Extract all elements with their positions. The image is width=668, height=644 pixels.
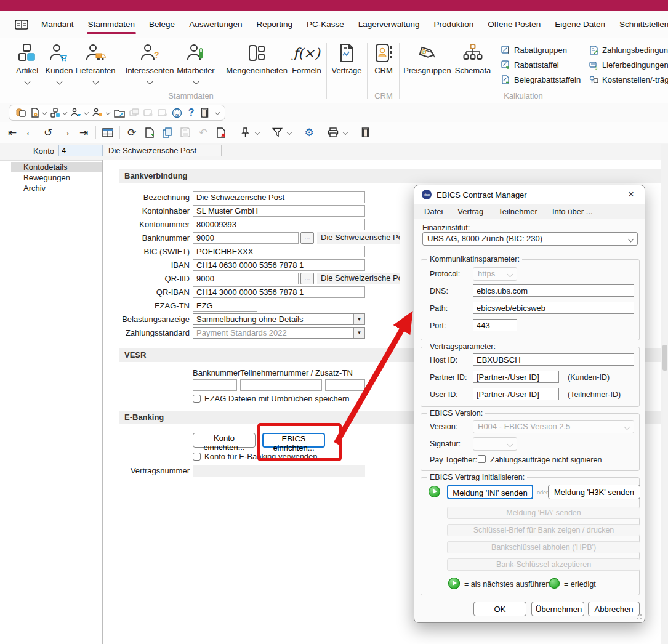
menu-belege[interactable]: Belege bbox=[148, 17, 176, 31]
ribbon-rabattstaffel[interactable]: Rabattstaffel bbox=[501, 59, 584, 70]
banknummer-input[interactable] bbox=[193, 232, 299, 244]
nav-back-icon[interactable]: ← bbox=[24, 126, 36, 139]
door-icon[interactable] bbox=[200, 107, 209, 118]
history-icon[interactable]: ↺ bbox=[42, 126, 54, 139]
chevron-down-icon[interactable] bbox=[255, 130, 260, 135]
ribbon-kunden[interactable]: Kunden bbox=[44, 42, 74, 86]
table-view-icon[interactable] bbox=[102, 126, 114, 139]
menu-auswertungen[interactable]: Auswertungen bbox=[188, 17, 243, 31]
resize-grip[interactable] bbox=[636, 614, 642, 620]
qriid-input[interactable] bbox=[193, 273, 299, 284]
menu-offene-posten[interactable]: Offene Posten bbox=[486, 17, 542, 31]
globe-sl-icon[interactable]: SL bbox=[172, 107, 182, 118]
ledger-icon[interactable] bbox=[15, 20, 28, 30]
gear-add-icon[interactable]: ⚙ bbox=[303, 126, 315, 139]
meldung-h3k-button[interactable]: Meldung 'H3K' senden bbox=[548, 485, 640, 499]
chevron-down-icon[interactable] bbox=[106, 110, 111, 115]
document-settings-icon[interactable] bbox=[30, 107, 40, 118]
folder-edit-icon[interactable] bbox=[114, 107, 125, 118]
customer-cart-icon[interactable] bbox=[71, 107, 82, 118]
menu-eigene-daten[interactable]: Eigene Daten bbox=[553, 17, 606, 31]
bic-input[interactable] bbox=[193, 246, 365, 257]
user-id-input[interactable] bbox=[473, 388, 559, 400]
new-record-icon[interactable] bbox=[143, 126, 156, 139]
ribbon-zahlungsbedingungen[interactable]: Zahlungsbedingungen bbox=[589, 44, 668, 55]
ribbon-formeln[interactable]: ƒ(×) Formeln bbox=[291, 42, 323, 75]
menu-produktion[interactable]: Produktion bbox=[433, 17, 475, 31]
chevron-down-icon[interactable] bbox=[24, 79, 30, 85]
banknummer-lookup-button[interactable]: ... bbox=[300, 232, 314, 244]
vesr-teilnehmernummer-input[interactable] bbox=[240, 379, 322, 391]
overflow-chevron-icon[interactable] bbox=[215, 110, 220, 115]
ribbon-kostenstellen[interactable]: Kostenstellen/-träger bbox=[589, 74, 668, 85]
dialog-menu-datei[interactable]: Datei bbox=[424, 207, 443, 216]
nav-forward-icon[interactable]: → bbox=[60, 126, 72, 139]
chevron-down-icon[interactable] bbox=[193, 79, 199, 85]
help-icon[interactable]: ? bbox=[187, 107, 196, 118]
menu-stammdaten[interactable]: Stammdaten bbox=[87, 17, 137, 31]
menu-mandant[interactable]: Mandant bbox=[40, 17, 75, 31]
vesr-banknummer-input[interactable] bbox=[193, 379, 237, 391]
dialog-menu-info[interactable]: Info über ... bbox=[552, 207, 593, 216]
chevron-down-icon[interactable] bbox=[56, 79, 62, 85]
menu-reporting[interactable]: Reporting bbox=[255, 17, 294, 31]
delete-record-icon[interactable] bbox=[215, 126, 227, 139]
exit-icon[interactable] bbox=[359, 126, 371, 139]
ribbon-crm[interactable]: CRM bbox=[371, 42, 396, 75]
konto-einrichten-button[interactable]: Konto einrichten... bbox=[193, 433, 256, 448]
ribbon-schemata[interactable]: Schemata bbox=[453, 42, 493, 75]
copy-record-icon[interactable] bbox=[161, 126, 174, 139]
ribbon-mitarbeiter[interactable]: Mitarbeiter bbox=[176, 42, 215, 86]
meldung-ini-button[interactable]: Meldung 'INI' senden bbox=[447, 485, 533, 499]
pay-together-checkbox[interactable] bbox=[478, 455, 486, 463]
host-id-input[interactable] bbox=[473, 353, 634, 366]
partner-id-input[interactable] bbox=[473, 371, 559, 383]
konto-number-input[interactable] bbox=[58, 145, 103, 156]
dns-input[interactable] bbox=[473, 284, 634, 297]
menu-lagerverwaltung[interactable]: Lagerverwaltung bbox=[357, 17, 421, 31]
ok-button[interactable]: OK bbox=[473, 602, 526, 616]
ribbon-rabattgruppen[interactable]: Rabattgruppen bbox=[501, 44, 584, 55]
vertical-scrollbar[interactable] bbox=[661, 144, 668, 644]
iban-input[interactable] bbox=[193, 259, 365, 271]
ribbon-belegrabattstaffeln[interactable]: Belegrabattstaffeln bbox=[501, 74, 584, 85]
qriid-lookup-button[interactable]: ... bbox=[300, 273, 314, 284]
ribbon-interessenten[interactable]: ? Interessenten bbox=[124, 42, 175, 86]
chevron-down-icon[interactable] bbox=[343, 130, 348, 135]
kontoinhaber-input[interactable] bbox=[193, 205, 365, 217]
port-input[interactable] bbox=[473, 319, 517, 331]
ezagtn-input[interactable] bbox=[193, 300, 257, 312]
qriban-input[interactable] bbox=[193, 286, 365, 298]
nav-first-icon[interactable]: ⇤ bbox=[6, 126, 18, 139]
menu-pc-kasse[interactable]: PC-Kasse bbox=[305, 17, 345, 31]
kontonummer-input[interactable] bbox=[193, 219, 365, 230]
close-icon[interactable]: × bbox=[625, 188, 637, 201]
nav-last-icon[interactable]: ⇥ bbox=[78, 126, 90, 139]
finanzinstitut-select[interactable]: UBS AG, 8000 Zürich (BIC: 230) bbox=[422, 232, 638, 246]
print-icon[interactable] bbox=[327, 126, 339, 139]
database-package-icon[interactable] bbox=[15, 107, 26, 118]
chevron-down-icon[interactable] bbox=[287, 130, 292, 135]
sidebar-item-bewegungen[interactable]: Bewegungen bbox=[11, 172, 102, 183]
ribbon-mengeneinheiten[interactable]: Mengeneinheiten bbox=[224, 42, 289, 75]
bezeichnung-input[interactable] bbox=[193, 191, 365, 203]
chevron-down-icon[interactable] bbox=[63, 110, 68, 115]
refresh-icon[interactable]: ⟳ bbox=[126, 126, 138, 139]
ribbon-lieferbedingungen[interactable]: § Lieferbedingungen bbox=[589, 59, 668, 70]
filter-icon[interactable] bbox=[271, 126, 283, 139]
supplier-truck-icon[interactable] bbox=[92, 107, 103, 118]
dialog-menu-vertrag[interactable]: Vertrag bbox=[457, 207, 483, 216]
chevron-down-icon[interactable] bbox=[147, 79, 153, 85]
ribbon-lieferanten[interactable]: Lieferanten bbox=[74, 42, 117, 86]
menu-schnittstellen[interactable]: Schnittstellen bbox=[618, 17, 668, 31]
ribbon-artikel[interactable]: Artikel bbox=[11, 42, 43, 86]
ezag-umbrueche-checkbox[interactable] bbox=[193, 395, 201, 403]
pin-icon[interactable] bbox=[239, 126, 251, 139]
uebernehmen-button[interactable]: Übernehmen bbox=[531, 602, 584, 616]
chevron-down-icon[interactable] bbox=[42, 110, 47, 115]
sidebar-item-kontodetails[interactable]: Kontodetails bbox=[11, 162, 102, 172]
ebanking-verwenden-checkbox[interactable] bbox=[193, 453, 201, 461]
chevron-down-icon[interactable] bbox=[92, 79, 99, 85]
scrollbar-thumb[interactable] bbox=[662, 345, 667, 371]
ribbon-vertraege[interactable]: Verträge bbox=[330, 42, 363, 75]
